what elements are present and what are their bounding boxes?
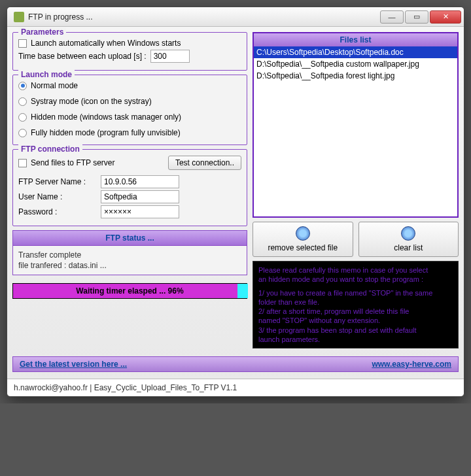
user-input[interactable] [101, 190, 179, 203]
password-label: Password : [18, 207, 97, 216]
timebase-input[interactable] [150, 50, 190, 63]
launch-auto-label: Launch automatically when Windows starts [31, 39, 181, 48]
minimize-button[interactable]: — [380, 10, 404, 24]
ftp-connection-group: FTP connection Send files to FTP server … [12, 149, 247, 226]
status-line-1: Transfer complete [18, 250, 241, 260]
progress-bar: Waiting timer elasped ... 96% [12, 283, 247, 299]
titlebar[interactable]: FTP in progress ... — ▭ ✕ [7, 7, 464, 27]
send-files-checkbox[interactable] [18, 159, 27, 167]
spool-icon [401, 226, 415, 241]
radio-fully-hidden-mode[interactable] [18, 129, 27, 137]
parameters-group: Parameters Launch automatically when Win… [12, 32, 247, 71]
clear-list-button[interactable]: clear list [358, 222, 459, 257]
memo-line: an hidden mode and you want to stop the … [258, 275, 453, 284]
info-memo: Please read carefully this memo in case … [253, 261, 459, 348]
send-files-label: Send files to FTP server [31, 158, 115, 167]
memo-line: 1/ you have to create a file named "STOP… [258, 288, 453, 298]
memo-line: Please read carefully this memo in case … [258, 265, 453, 275]
radio-label: Normal mode [31, 81, 78, 90]
test-connection-button[interactable]: Test connection.. [168, 156, 241, 170]
file-item[interactable]: D:\Softpedia\__Softpedia custom wallpape… [254, 58, 457, 70]
files-list-header: Files list [254, 33, 457, 46]
launch-auto-checkbox[interactable] [18, 39, 27, 48]
close-button[interactable]: ✕ [430, 10, 461, 24]
app-window: FTP in progress ... — ▭ ✕ Parameters Lau… [7, 7, 464, 397]
memo-line: 3/ the program has been stop and set wit… [258, 326, 453, 335]
latest-version-link[interactable]: Get the latest version here ... [20, 360, 127, 369]
website-link[interactable]: www.easy-herve.com [372, 360, 451, 369]
maximize-button[interactable]: ▭ [405, 10, 428, 24]
remove-btn-label: remove selected file [268, 243, 338, 252]
memo-line: launch parameters. [258, 335, 453, 344]
server-label: FTP Server Name : [18, 177, 97, 186]
ftp-legend: FTP connection [18, 144, 82, 154]
app-icon [14, 12, 24, 22]
files-list[interactable]: C:\Users\Softpedia\Desktop\Softpedia.doc… [254, 46, 457, 216]
progress-label: Waiting timer elasped ... 96% [13, 284, 247, 298]
ftp-status-panel: FTP status ... Transfer complete file tr… [12, 230, 247, 275]
radio-label: Hidden mode (windows task manager only) [31, 112, 181, 122]
radio-hidden-mode[interactable] [18, 113, 27, 122]
server-input[interactable] [101, 175, 179, 188]
spool-icon [296, 226, 310, 241]
window-title: FTP in progress ... [28, 12, 379, 22]
memo-line: named "STOP" without any extension. [258, 316, 453, 325]
memo-line: folder than exe file. [258, 298, 453, 307]
radio-normal-mode[interactable] [18, 82, 27, 90]
launch-mode-legend: Launch mode [18, 70, 75, 79]
ftp-status-header: FTP status ... [13, 231, 247, 246]
remove-selected-button[interactable]: remove selected file [253, 222, 353, 257]
link-bar: Get the latest version here ... www.easy… [12, 356, 459, 372]
password-input[interactable] [101, 205, 179, 218]
file-item[interactable]: C:\Users\Softpedia\Desktop\Softpedia.doc [254, 46, 457, 58]
radio-systray-mode[interactable] [18, 97, 27, 106]
clear-btn-label: clear list [394, 243, 423, 252]
statusbar: h.nawrocki@yahoo.fr | Easy_Cyclic_Upload… [7, 379, 464, 396]
user-label: User Name : [18, 192, 97, 201]
memo-line: 2/ after a short time, program will dele… [258, 307, 453, 316]
launch-mode-group: Launch mode Normal mode Systray mode (ic… [12, 75, 247, 145]
timebase-label: Time base between each upload [s] : [18, 52, 147, 61]
radio-label: Fully hidden mode (program fully unvisib… [31, 128, 181, 137]
parameters-legend: Parameters [18, 27, 66, 37]
status-line-2: file tranfered : datas.ini ... [18, 260, 241, 271]
radio-label: Systray mode (icon on the systray) [31, 97, 152, 106]
files-list-panel: Files list C:\Users\Softpedia\Desktop\So… [253, 32, 459, 218]
file-item[interactable]: D:\Softpedia\__Softpedia forest light.jp… [254, 70, 457, 82]
